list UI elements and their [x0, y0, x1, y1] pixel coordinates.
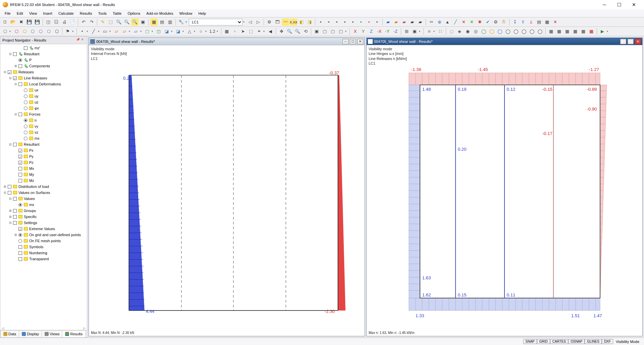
redo-icon[interactable]: ↷ [88, 18, 95, 26]
load-line-icon[interactable]: ⫪ [519, 18, 527, 26]
radio-icon[interactable] [24, 100, 28, 104]
tree-item[interactable]: On FE mesh points [0, 238, 87, 244]
tree-expander-icon[interactable]: ⊟ [14, 113, 18, 116]
snap-j-icon[interactable]: ◯ [520, 28, 528, 35]
layer-d-icon[interactable]: ⬡ [29, 28, 36, 35]
tree-item[interactable]: ⊞Specific [0, 214, 87, 220]
checkbox-icon[interactable] [18, 257, 22, 261]
tbl-d-icon[interactable]: ▦ [572, 28, 579, 35]
status-osnap[interactable]: OSNAP [568, 339, 585, 344]
snap-k-icon[interactable]: ◯ [528, 28, 536, 35]
radio-icon[interactable] [24, 94, 28, 98]
tree-expander-icon[interactable]: ⊞ [8, 209, 12, 212]
layer-e-icon[interactable]: ⬡ [37, 28, 44, 35]
navigator-close-icon[interactable]: ✕ [80, 38, 85, 43]
tree-item[interactable]: ⊟Values [0, 196, 87, 202]
checkbox-icon[interactable] [18, 227, 22, 231]
snap-g-icon[interactable]: ◯ [496, 28, 503, 35]
surf-c-icon[interactable]: ▰ [400, 18, 408, 26]
menu-calculate[interactable]: Calculate [56, 11, 76, 16]
render-wire-icon[interactable]: ⊞ [403, 28, 410, 35]
tool-triangle-icon[interactable]: ▲ [444, 18, 451, 26]
node-icon[interactable]: • [78, 28, 86, 35]
tree-expander-icon[interactable]: ⊞ [8, 215, 12, 218]
checkbox-icon[interactable] [18, 113, 22, 116]
navigator-scroll-bar[interactable]: ◁ ▷ [0, 327, 87, 330]
new-icon[interactable]: 🗋 [1, 18, 9, 26]
solid2-icon[interactable]: ◪ [174, 28, 182, 35]
tool-x-red-icon[interactable]: ✕ [460, 18, 467, 26]
tree-item[interactable]: vz [0, 129, 87, 135]
tree-expander-icon[interactable]: ⊞ [3, 185, 7, 188]
tree-item[interactable]: n [0, 117, 87, 123]
tree-item[interactable]: Mx [0, 165, 87, 171]
tool-spring-icon[interactable]: ⫚ [500, 18, 507, 26]
tree-expander-icon[interactable]: ⊟ [3, 191, 7, 194]
line-b-icon[interactable]: ▭ [101, 28, 109, 35]
play-icon[interactable]: ▶ [599, 28, 606, 35]
radio-icon[interactable] [18, 233, 22, 237]
surf-e-icon[interactable]: ▰ [417, 18, 424, 26]
tree-item[interactable]: ⊞Groups [0, 208, 87, 214]
status-grid[interactable]: GRID [537, 339, 550, 344]
radio-icon[interactable] [18, 58, 22, 62]
zoom-rotate-icon[interactable]: ⟲ [302, 28, 309, 35]
view-iso-icon[interactable]: ▣ [313, 28, 320, 35]
tree-item[interactable]: ⊟Local Deformations [0, 81, 87, 87]
snap-f-icon[interactable]: ◯ [488, 28, 495, 35]
tree-item[interactable]: Symbols [0, 244, 87, 250]
grid-b-icon[interactable]: ▪ [325, 18, 332, 26]
axis-neg-x-icon[interactable]: -X [376, 28, 383, 35]
calc-icon[interactable]: ⚙ [266, 18, 273, 26]
tables-icon[interactable]: ▦ [150, 18, 158, 26]
tree-expander-icon[interactable]: ⊟ [3, 70, 7, 74]
load-area-icon[interactable]: ▤ [535, 18, 543, 26]
navigator-tree[interactable]: ⮴mz'⊟⮴Resultant⮴P⊞⮴Components⊟Releases⊟L… [0, 44, 87, 327]
surf-a-icon[interactable]: ▰ [384, 18, 392, 26]
status-snap[interactable]: SNAP [523, 339, 537, 344]
lc-icon[interactable]: 🔧 [177, 18, 185, 26]
iso2-icon[interactable]: ◨ [306, 18, 313, 26]
tree-item[interactable]: ⊟Settings [0, 220, 87, 226]
maximize-button[interactable]: ☐ [612, 0, 627, 9]
snap-d-icon[interactable]: ◎ [472, 28, 479, 35]
surf-d-icon[interactable]: ▰ [409, 18, 416, 26]
checkbox-icon[interactable] [18, 245, 22, 249]
close-button[interactable]: ✕ [627, 0, 641, 9]
axis-x-icon[interactable]: X [352, 28, 359, 35]
tree-item[interactable]: ⊟⮴Resultant [0, 51, 87, 57]
tree-item[interactable]: My [0, 171, 87, 178]
sel-prev-icon[interactable]: ◀ [267, 28, 274, 35]
radio-icon[interactable] [24, 107, 28, 110]
grid-icon[interactable]: ∷ [437, 28, 444, 35]
radio-icon[interactable] [24, 125, 28, 128]
view-y-icon[interactable]: ▢ [329, 28, 336, 35]
doc-right-viewport[interactable]: Visibility mode Line Hinges u-x [mm] Lin… [367, 45, 642, 336]
tree-item[interactable]: Pz [0, 159, 87, 165]
radio-icon[interactable] [24, 137, 28, 140]
radio-icon[interactable] [18, 203, 22, 207]
zoom-prev-icon[interactable]: 🔍 [131, 18, 139, 26]
doc-right-titlebar[interactable]: 004705_Wood shear wall - Results* ─ ☐ ✕ [367, 38, 642, 45]
status-dxf[interactable]: DXF [602, 339, 613, 344]
save-icon[interactable]: 💾 [25, 18, 33, 26]
tbl-b-icon[interactable]: ▦ [555, 28, 563, 35]
tree-expander-icon[interactable]: ⊟ [8, 76, 12, 80]
beam-icon[interactable]: ▱ [113, 28, 120, 35]
sel-pointer-icon[interactable]: ➤ [239, 28, 247, 35]
support-icon[interactable]: △ [186, 28, 193, 35]
doc-left-close-button[interactable]: ✕ [357, 39, 363, 44]
tool-x-green-icon[interactable]: ✕ [468, 18, 475, 26]
tree-item[interactable]: Extreme Values [0, 226, 87, 232]
doc-right-minimize-button[interactable]: ─ [620, 39, 626, 44]
snap-h-icon[interactable]: ◯ [504, 28, 512, 35]
status-glines[interactable]: GLINES [585, 339, 602, 344]
navigator-tab-views[interactable]: Views [42, 330, 62, 337]
tbl-e-icon[interactable]: ▦ [580, 28, 587, 35]
tree-item[interactable]: uz [0, 99, 87, 105]
pan-icon[interactable]: ✥ [278, 28, 285, 35]
workplane-icon[interactable]: ⌗ [425, 28, 433, 35]
tool-star-icon[interactable]: ✱ [476, 18, 483, 26]
tree-item[interactable]: Px [0, 147, 87, 153]
sel-all-icon[interactable]: ▦ [223, 28, 230, 35]
